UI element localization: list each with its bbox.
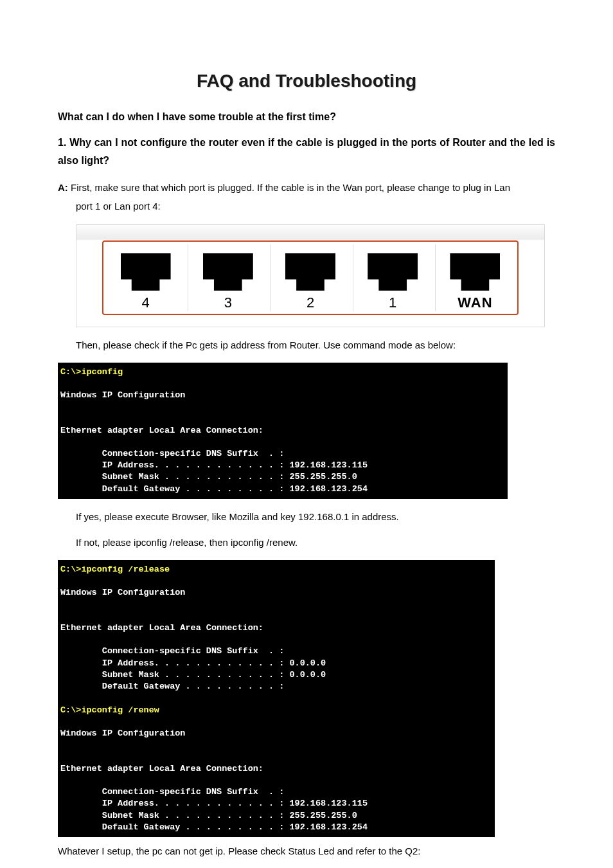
port-label: 3 [224,294,232,311]
lan-port-2: 2 [270,244,350,311]
answer-1: A: First, make sure that which port is p… [58,179,555,215]
port-label: 4 [141,294,149,311]
term-line: Ethernet adapter Local Area Connection: [60,764,263,773]
page-number: 79 [0,827,613,837]
instruction-whatever: Whatever I setup, the pc can not get ip.… [58,842,555,861]
section-heading: What can I do when I have some trouble a… [58,109,555,125]
term-line: C:\>ipconfig [60,367,123,377]
ethernet-port-icon [203,253,253,291]
term-line: Connection-specific DNS Suffix . : [60,646,284,656]
port-label: WAN [458,294,492,311]
instruction-ifnot: If not, please ipconfig /release, then i… [76,534,555,552]
ethernet-port-icon [368,253,418,291]
router-ports-figure: 4 3 2 1 WAN [76,224,555,327]
term-line: IP Address. . . . . . . . . . . . : 0.0.… [60,658,326,668]
term-line: Connection-specific DNS Suffix . : [60,449,284,458]
term-line: Subnet Mask . . . . . . . . . . . : 255.… [60,472,357,482]
term-line: Connection-specific DNS Suffix . : [60,787,284,797]
lan-port-3: 3 [188,244,267,311]
page-title: FAQ and Troubleshooting [58,71,555,91]
instruction-then: Then, please check if the Pc gets ip add… [76,336,555,355]
term-line: Ethernet adapter Local Area Connection: [60,426,263,435]
term-line: IP Address. . . . . . . . . . . . : 192.… [60,460,368,470]
lan-port-1: 1 [353,244,432,311]
ethernet-port-icon [285,253,335,291]
term-line: Windows IP Configuration [60,390,185,400]
term-line: Windows IP Configuration [60,588,185,597]
ethernet-port-icon [450,253,500,291]
wan-port: WAN [435,244,515,311]
term-line: Subnet Mask . . . . . . . . . . . : 255.… [60,811,357,820]
question-1: 1. Why can I not configure the router ev… [58,134,555,170]
answer-line-2: port 1 or Lan port 4: [58,197,555,216]
term-line: C:\>ipconfig /release [60,565,170,574]
term-line: Default Gateway . . . . . . . . . : [60,682,284,691]
router-body: 4 3 2 1 WAN [76,224,545,327]
port-label: 1 [389,294,396,311]
document-page: FAQ and Troubleshooting What can I do wh… [0,0,613,868]
router-panel: 4 3 2 1 WAN [102,240,519,315]
ethernet-port-icon [121,253,171,291]
terminal-output-1: C:\>ipconfig Windows IP Configuration Et… [58,363,508,499]
term-line: C:\>ipconfig /renew [60,705,159,715]
term-line: Default Gateway . . . . . . . . . : 192.… [60,484,368,494]
answer-label: A: [58,182,68,193]
term-line: Windows IP Configuration [60,728,185,738]
term-line: Ethernet adapter Local Area Connection: [60,623,263,633]
lan-port-4: 4 [106,244,185,311]
port-label: 2 [306,294,314,311]
answer-line-1: First, make sure that which port is plug… [68,182,510,193]
instruction-ifyes: If yes, please execute Browser, like Moz… [76,508,555,527]
term-line: IP Address. . . . . . . . . . . . : 192.… [60,799,368,808]
term-line: Subnet Mask . . . . . . . . . . . : 0.0.… [60,670,326,680]
terminal-output-2: C:\>ipconfig /release Windows IP Configu… [58,560,495,837]
